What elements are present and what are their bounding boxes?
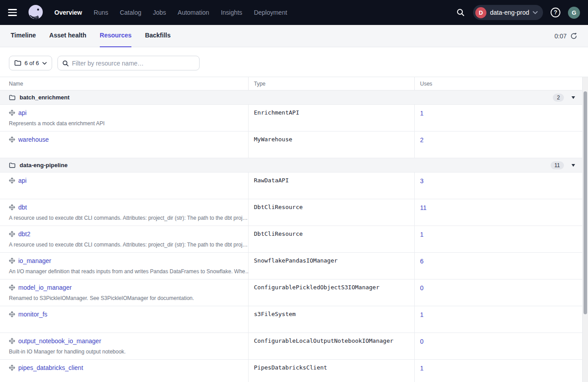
resource-link[interactable]: dbt2 xyxy=(18,230,30,238)
group-name: batch_enrichment xyxy=(20,94,69,101)
name-cell: warehouse xyxy=(0,131,248,158)
resource-icon xyxy=(9,311,15,317)
magnifier-icon xyxy=(62,60,69,66)
tab-resources[interactable]: Resources xyxy=(100,25,132,47)
resource-row: dbt2A resource used to execute dbt CLI c… xyxy=(0,226,582,253)
resource-table-body: batch_enrichment2apiRepresents a mock da… xyxy=(0,90,582,382)
scrollbar-thumb[interactable] xyxy=(584,91,587,314)
group-count-badge: 2 xyxy=(553,94,564,102)
uses-cell: 0 xyxy=(414,279,582,306)
resource-link[interactable]: api xyxy=(18,177,27,184)
resource-type: EnrichmentAPI xyxy=(248,105,414,131)
resource-icon xyxy=(9,338,15,344)
resource-description: A resource used to execute dbt CLI comma… xyxy=(9,215,248,221)
resource-link[interactable]: dbt xyxy=(18,204,27,211)
search-icon[interactable] xyxy=(454,6,467,19)
resource-type: s3FileSystem xyxy=(248,306,414,333)
deployment-name: data-eng-prod xyxy=(490,9,529,16)
refresh-icon[interactable] xyxy=(570,33,577,40)
dagster-logo[interactable] xyxy=(27,4,45,21)
uses-cell: 0 xyxy=(414,333,582,359)
tab-bar: Timeline Asset health Resources Backfill… xyxy=(0,25,588,47)
resource-uses-link[interactable]: 1 xyxy=(420,231,424,238)
group-count-badge: 11 xyxy=(551,161,564,169)
hamburger-menu-icon[interactable] xyxy=(8,7,19,18)
resource-filter-input[interactable] xyxy=(72,60,195,67)
name-cell: dbt2A resource used to execute dbt CLI c… xyxy=(0,226,248,252)
resource-uses-link[interactable]: 3 xyxy=(420,177,424,185)
resource-icon xyxy=(9,258,15,264)
resource-link[interactable]: io_manager xyxy=(18,257,51,264)
collapse-caret-icon[interactable] xyxy=(572,164,575,167)
resource-uses-link[interactable]: 1 xyxy=(420,365,424,372)
resource-uses-link[interactable]: 0 xyxy=(420,338,424,345)
resource-uses-link[interactable]: 0 xyxy=(420,284,424,292)
name-cell: api xyxy=(0,173,248,199)
resource-uses-link[interactable]: 6 xyxy=(420,258,424,265)
resource-row: model_io_managerRenamed to S3PickleIOMan… xyxy=(0,279,582,306)
uses-cell: 3 xyxy=(414,173,582,199)
resource-link[interactable]: api xyxy=(18,109,27,116)
resource-icon xyxy=(9,177,15,184)
nav-item-catalog[interactable]: Catalog xyxy=(120,9,141,16)
nav-item-automation[interactable]: Automation xyxy=(178,9,209,16)
column-header-type: Type xyxy=(248,77,414,90)
group-filter-label: 6 of 6 xyxy=(24,60,39,66)
resource-icon xyxy=(9,284,15,291)
resource-link[interactable]: warehouse xyxy=(18,136,49,143)
resource-icon xyxy=(9,136,15,143)
resource-link[interactable]: output_notebook_io_manager xyxy=(18,337,101,345)
resources-table: Name Type Uses batch_enrichment2apiRepre… xyxy=(0,77,588,382)
uses-cell: 1 xyxy=(414,226,582,252)
app-header: Overview Runs Catalog Jobs Automation In… xyxy=(0,0,588,25)
resource-uses-link[interactable]: 1 xyxy=(420,110,424,117)
nav-item-insights[interactable]: Insights xyxy=(221,9,242,16)
group-name: data-eng-pipeline xyxy=(20,162,68,168)
resource-uses-link[interactable]: 1 xyxy=(420,311,424,318)
resource-link[interactable]: model_io_manager xyxy=(18,284,72,291)
nav-item-jobs[interactable]: Jobs xyxy=(153,9,166,16)
resource-row: monitor_fss3FileSystem1 xyxy=(0,306,582,333)
resource-row: io_managerAn I/O manager definition that… xyxy=(0,253,582,279)
resource-type: ConfigurableLocalOutputNotebookIOManager xyxy=(248,333,414,359)
group-row[interactable]: data-eng-pipeline11 xyxy=(0,158,582,173)
resource-icon xyxy=(9,110,15,116)
tab-backfills[interactable]: Backfills xyxy=(145,25,171,47)
resource-type: DbtCliResource xyxy=(248,226,414,252)
collapse-caret-icon[interactable] xyxy=(572,96,575,99)
resource-row: warehouseMyWarehouse2 xyxy=(0,131,582,158)
name-cell: monitor_fs xyxy=(0,306,248,333)
resource-description: Renamed to S3PickleIOManager. See S3Pick… xyxy=(9,295,248,301)
main-nav: Overview Runs Catalog Jobs Automation In… xyxy=(54,9,287,16)
resource-link[interactable]: pipes_databricks_client xyxy=(18,364,83,371)
vertical-scrollbar[interactable] xyxy=(583,77,588,382)
resource-link[interactable]: monitor_fs xyxy=(18,311,47,318)
help-icon[interactable]: ? xyxy=(549,6,562,19)
resource-icon xyxy=(9,204,15,210)
resource-type: SnowflakePandasIOManager xyxy=(248,253,414,279)
resource-uses-link[interactable]: 11 xyxy=(420,204,427,211)
column-header-uses: Uses xyxy=(414,77,582,90)
resource-uses-link[interactable]: 2 xyxy=(420,136,424,144)
resource-icon xyxy=(9,365,15,371)
folder-icon xyxy=(14,60,21,66)
chevron-down-icon xyxy=(42,62,47,65)
nav-item-deployment[interactable]: Deployment xyxy=(254,9,287,16)
tab-timeline[interactable]: Timeline xyxy=(11,25,36,47)
tab-asset-health[interactable]: Asset health xyxy=(49,25,86,47)
header-right: D data-eng-prod ? G xyxy=(454,5,580,20)
group-row[interactable]: batch_enrichment2 xyxy=(0,90,582,105)
nav-item-runs[interactable]: Runs xyxy=(94,9,108,16)
user-avatar[interactable]: G xyxy=(568,7,580,19)
nav-item-overview[interactable]: Overview xyxy=(54,9,82,16)
deployment-badge: D xyxy=(475,7,486,18)
resource-type: RawDataAPI xyxy=(248,173,414,199)
uses-cell: 2 xyxy=(414,131,582,158)
name-cell: pipes_databricks_client xyxy=(0,360,248,382)
chevron-down-icon xyxy=(533,11,538,14)
deployment-switcher[interactable]: D data-eng-prod xyxy=(473,5,543,20)
uses-cell: 1 xyxy=(414,105,582,131)
group-filter-dropdown[interactable]: 6 of 6 xyxy=(9,56,52,70)
svg-text:?: ? xyxy=(554,9,557,16)
refresh-countdown: 0:07 xyxy=(555,33,567,40)
